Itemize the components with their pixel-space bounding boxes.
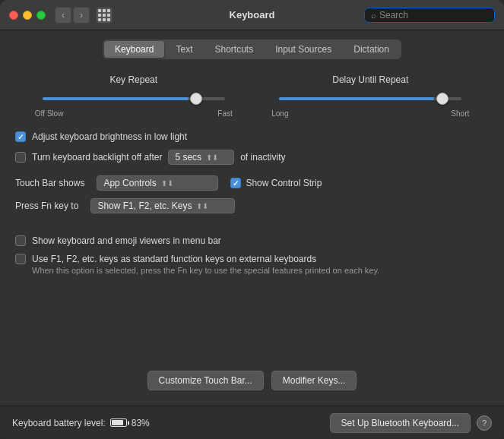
function-keys-group: Use F1, F2, etc. keys as standard functi… [15,254,489,275]
battery-info: Keyboard battery level: 83% [12,418,150,428]
sliders-section: Key Repeat Off Slow Fast Delay Until Rep… [15,74,489,118]
touchbar-value: App Controls [103,178,156,188]
help-button[interactable]: ? [477,415,492,431]
touchbar-arrow: ⬆⬇ [161,179,173,188]
grid-button[interactable] [96,7,113,24]
delay-repeat-right-label: Short [451,109,469,118]
fn-key-label: Press Fn key to [15,201,78,211]
brightness-checkbox[interactable] [15,131,26,142]
delay-repeat-label: Delay Until Repeat [332,74,408,85]
key-repeat-label: Key Repeat [109,74,157,85]
options-section: Adjust keyboard brightness in low light … [15,131,489,275]
search-input[interactable] [379,10,488,21]
tab-dictation[interactable]: Dictation [343,41,400,58]
battery-percent: 83% [132,418,150,428]
show-control-strip-checkbox[interactable] [230,178,241,188]
battery-label: Keyboard battery level: [12,418,106,428]
fn-key-row: Press Fn key to Show F1, F2, etc. Keys ⬆… [15,198,489,213]
backlight-secs-select[interactable]: 5 secs ⬆⬇ [168,150,234,165]
emoji-checkbox[interactable] [15,235,26,246]
function-keys-checkbox[interactable] [15,254,26,264]
tab-group: Keyboard Text Shortcuts Input Sources Di… [103,39,401,59]
key-repeat-right-label: Fast [217,109,232,118]
key-repeat-group: Key Repeat Off Slow Fast [35,74,233,118]
content-area: Keyboard Text Shortcuts Input Sources Di… [0,30,504,406]
delay-repeat-ends: Long Short [271,109,469,118]
backlight-label: Turn keyboard backlight off after [32,152,162,163]
nav-buttons: ‹ › [55,7,90,24]
bottom-buttons: Customize Touch Bar... Modifier Keys... [15,358,489,390]
emoji-label: Show keyboard and emoji viewers in menu … [32,235,221,246]
backlight-row: Turn keyboard backlight off after 5 secs… [15,150,489,165]
modifier-keys-button[interactable]: Modifier Keys... [271,371,357,390]
status-bar: Keyboard battery level: 83% Set Up Bluet… [0,406,504,439]
main-window: ‹ › Keyboard ⌕ Keyboard Text Shortcuts I… [0,0,504,439]
touchbar-select[interactable]: App Controls ⬆⬇ [97,175,218,191]
tab-text[interactable]: Text [165,41,203,58]
fn-key-select[interactable]: Show F1, F2, etc. Keys ⬆⬇ [90,198,235,213]
minimize-button[interactable] [23,11,32,20]
bluetooth-keyboard-button[interactable]: Set Up Bluetooth Keyboard... [330,413,471,433]
brightness-row: Adjust keyboard brightness in low light [15,131,489,142]
brightness-label: Adjust keyboard brightness in low light [32,131,187,142]
status-right: Set Up Bluetooth Keyboard... ? [330,413,492,433]
delay-repeat-fill [279,97,434,100]
tab-bar: Keyboard Text Shortcuts Input Sources Di… [15,39,489,59]
close-button[interactable] [9,11,18,20]
search-box[interactable]: ⌕ [364,8,495,23]
grid-icon [98,9,110,21]
search-icon: ⌕ [371,11,376,20]
delay-repeat-thumb[interactable] [436,93,449,105]
battery-fill [112,420,123,425]
titlebar: ‹ › Keyboard ⌕ [0,0,504,30]
fn-key-value: Show F1, F2, etc. Keys [97,201,192,211]
tab-keyboard[interactable]: Keyboard [104,41,164,58]
touchbar-row: Touch Bar shows App Controls ⬆⬇ Show Con… [15,175,489,191]
delay-repeat-slider-container [271,91,469,106]
function-keys-label: Use F1, F2, etc. keys as standard functi… [32,254,316,264]
key-repeat-thumb[interactable] [190,93,202,105]
backlight-suffix: of inactivity [240,152,285,163]
backlight-secs-arrow: ⬆⬇ [206,153,218,162]
delay-repeat-left-label: Long [271,109,288,118]
show-control-strip-group: Show Control Strip [230,178,322,188]
function-keys-subtext: When this option is selected, press the … [32,266,489,275]
battery-icon [110,418,127,427]
function-keys-row: Use F1, F2, etc. keys as standard functi… [15,254,489,264]
delay-repeat-track [279,97,461,100]
emoji-row: Show keyboard and emoji viewers in menu … [15,235,489,246]
traffic-lights [9,11,46,20]
key-repeat-left-label: Off Slow [35,109,64,118]
key-repeat-ends: Off Slow Fast [35,109,233,118]
touchbar-label: Touch Bar shows [15,178,84,188]
customize-touchbar-button[interactable]: Customize Touch Bar... [147,371,264,390]
key-repeat-fill [43,97,189,100]
backlight-checkbox[interactable] [15,152,26,163]
tab-input-sources[interactable]: Input Sources [265,41,342,58]
show-control-strip-label: Show Control Strip [246,178,322,188]
back-button[interactable]: ‹ [55,7,71,24]
tab-shortcuts[interactable]: Shortcuts [204,41,264,58]
delay-repeat-group: Delay Until Repeat Long Short [271,74,469,118]
fn-key-arrow: ⬆⬇ [196,202,208,210]
window-title: Keyboard [230,9,275,21]
maximize-button[interactable] [36,11,46,20]
forward-button[interactable]: › [73,7,90,24]
backlight-secs-value: 5 secs [175,152,201,163]
key-repeat-slider-container [35,91,233,106]
